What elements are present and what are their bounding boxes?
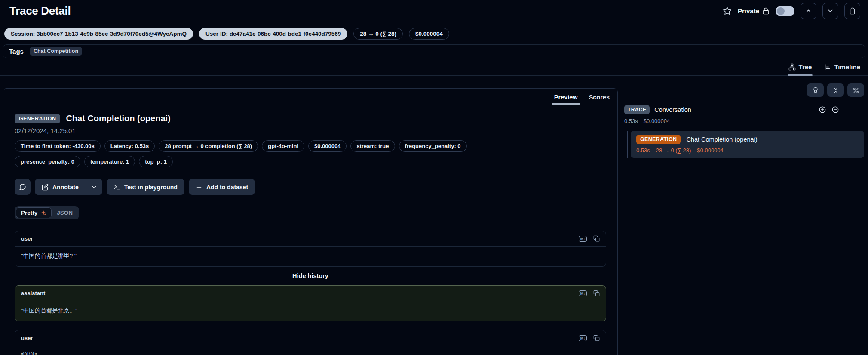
trace-metrics: 0.53s $0.000004 [624, 118, 864, 124]
message-user-1: user M↓ "中国的首都是哪里? " [15, 231, 606, 267]
annotate-label: Annotate [52, 184, 79, 191]
sparkles-icon [40, 210, 46, 216]
toggle-thumb [777, 7, 785, 15]
previous-trace-button[interactable] [801, 3, 816, 19]
metric-badge: Time to first token: -430.00s [15, 140, 101, 152]
collapse-node-icon[interactable] [831, 106, 839, 114]
chevrons-collapse-icon [832, 87, 839, 94]
page-header: Trace Detail Private [0, 0, 868, 22]
observation-tokens: 28 → 0 (∑ 28) [656, 147, 691, 154]
percent-icon [853, 87, 859, 94]
session-badge[interactable]: Session: 3bb00ec7-1b13-4c9b-85ee-3d9d70f… [4, 28, 193, 40]
award-icon [812, 87, 819, 94]
tree-children: GENERATION Chat Completion (openai) 0.53… [624, 131, 864, 158]
metric-badge: $0.000004 [308, 140, 347, 152]
pretty-label: Pretty [21, 210, 37, 216]
lock-icon [762, 7, 770, 15]
add-to-dataset-button[interactable]: Add to dataset [189, 179, 255, 195]
privacy-toggle[interactable] [776, 6, 794, 16]
message-assistant: assistant M↓ "中国的首都是北京。" [15, 285, 606, 321]
observation-type-badge: GENERATION [636, 135, 681, 144]
page-title: Trace Detail [9, 4, 71, 18]
metric-badge: temperature: 1 [84, 156, 135, 167]
tab-scores[interactable]: Scores [589, 94, 610, 105]
observation-latency: 0.53s [636, 147, 650, 154]
cost-badge: $0.000004 [409, 28, 449, 40]
trash-icon [849, 7, 856, 15]
observation-row-selected[interactable]: GENERATION Chat Completion (openai) 0.53… [631, 131, 864, 158]
metric-badge: gpt-4o-mini [262, 140, 304, 152]
metric-badge: stream: true [350, 140, 395, 152]
tab-timeline-label: Timeline [834, 63, 860, 71]
timeline-icon [824, 63, 831, 71]
annotate-scores-button[interactable] [807, 83, 824, 97]
delete-trace-button[interactable] [844, 3, 860, 19]
metric-badges: Time to first token: -430.00sLatency: 0.… [15, 140, 531, 167]
observation-metrics: 0.53s 28 → 0 (∑ 28) $0.000004 [636, 147, 859, 154]
tab-timeline[interactable]: Timeline [824, 63, 860, 75]
terminal-icon [113, 184, 120, 191]
message-content: "中国的首都是哪里? " [15, 247, 606, 266]
generation-type-badge: GENERATION [15, 114, 60, 123]
tab-preview[interactable]: Preview [554, 94, 578, 105]
test-in-playground-button[interactable]: Test in playground [107, 179, 184, 195]
tags-section: Tags Chat Competition [3, 44, 865, 58]
metric-badge: Latency: 0.53s [104, 140, 155, 152]
tab-tree-label: Tree [799, 63, 812, 71]
observation-timestamp: 02/12/2024, 14:25:01 [15, 127, 606, 134]
tags-list: Chat Competition [30, 47, 82, 56]
message-role: assistant [21, 290, 45, 296]
edit-icon [42, 184, 49, 191]
trace-cost: $0.000004 [644, 118, 670, 124]
action-buttons: Annotate Test in playground Add to datas… [15, 179, 606, 195]
pretty-toggle[interactable]: Pretty [16, 207, 52, 218]
collapse-all-button[interactable] [827, 83, 844, 97]
comment-button[interactable] [15, 179, 31, 195]
detail-tabs: Preview Scores [3, 89, 617, 105]
user-id-badge[interactable]: User ID: dc47a41e-06bc-400d-bde1-f0e440d… [199, 28, 347, 40]
trace-latency: 0.53s [624, 118, 638, 124]
message-role: user [21, 335, 33, 341]
tags-label: Tags [9, 48, 24, 55]
show-percent-button[interactable] [847, 83, 864, 97]
dataset-label: Add to dataset [206, 184, 248, 191]
expand-all-icon[interactable] [819, 106, 826, 114]
token-usage-badge: 28 → 0 (∑ 28) [353, 28, 403, 40]
hide-history-toggle[interactable]: Hide history [15, 267, 606, 285]
metric-badge: top_p: 1 [139, 156, 173, 167]
annotate-button[interactable]: Annotate [35, 179, 86, 195]
message-role: user [21, 235, 33, 242]
metric-badge: frequency_penalty: 0 [399, 140, 467, 152]
format-toggle: Pretty JSON [15, 206, 79, 219]
tree-toolbar [624, 83, 864, 97]
messages-list: user M↓ "中国的首都是哪里? " Hide history [15, 231, 606, 355]
trace-root-row[interactable]: TRACE Conversation [624, 105, 864, 114]
markdown-toggle-icon[interactable]: M↓ [579, 290, 587, 296]
comment-icon [19, 183, 26, 191]
message-user-2: user M↓ "谢谢" [15, 330, 606, 355]
observation-cost: $0.000004 [697, 147, 723, 154]
json-toggle[interactable]: JSON [52, 207, 78, 218]
copy-icon[interactable] [593, 290, 600, 296]
plus-icon [196, 184, 202, 191]
playground-label: Test in playground [124, 184, 178, 191]
chevron-down-icon [91, 184, 97, 190]
tree-icon [788, 63, 796, 71]
privacy-status: Private [738, 7, 770, 15]
copy-icon[interactable] [593, 235, 600, 242]
next-trace-button[interactable] [822, 3, 838, 19]
bookmark-star-icon[interactable] [723, 6, 732, 15]
chevron-up-icon [805, 7, 812, 15]
observation-title: Chat Completion (openai) [66, 114, 170, 123]
metric-badge: 28 prompt → 0 completion (∑ 28) [159, 140, 258, 152]
tab-tree[interactable]: Tree [788, 63, 812, 75]
annotate-split-button: Annotate [35, 179, 102, 195]
markdown-toggle-icon[interactable]: M↓ [579, 236, 587, 242]
annotate-dropdown-button[interactable] [86, 179, 102, 195]
markdown-toggle-icon[interactable]: M↓ [579, 335, 587, 341]
privacy-label: Private [738, 7, 759, 15]
copy-icon[interactable] [593, 335, 600, 341]
trace-type-badge: TRACE [624, 105, 650, 114]
chevron-down-icon [827, 7, 834, 15]
tag-badge[interactable]: Chat Competition [30, 47, 82, 56]
